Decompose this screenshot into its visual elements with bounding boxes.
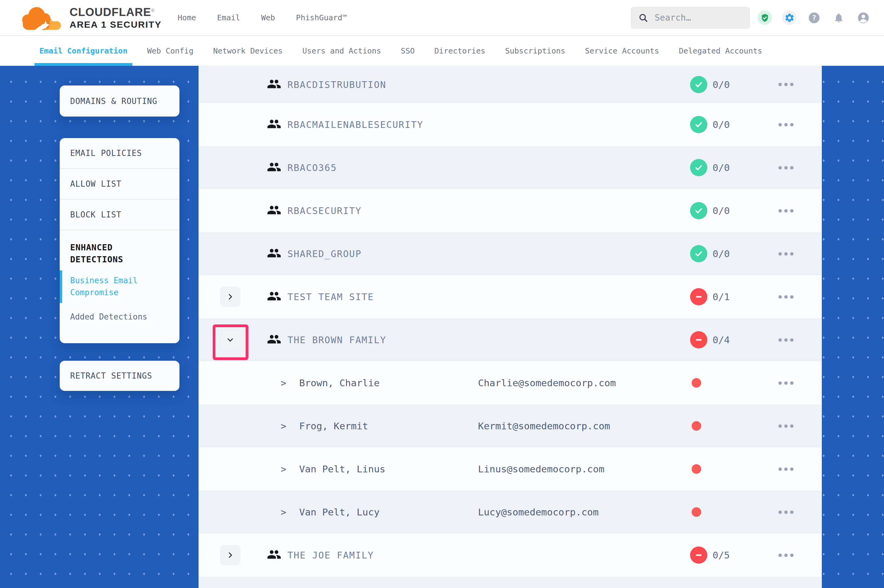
account-icon[interactable] (856, 10, 870, 25)
status-badge-fail (690, 331, 707, 348)
top-nav-phishguard[interactable]: PhishGuard™ (296, 13, 347, 22)
header-icons: ? (758, 10, 870, 25)
group-icon (267, 548, 281, 563)
member-email: Linus@somedemocorp.com (478, 464, 604, 474)
sidebar-domains-routing[interactable]: DOMAINS & ROUTING (60, 86, 179, 117)
top-nav-home[interactable]: Home (177, 13, 196, 22)
sidebar-retract-settings[interactable]: RETRACT SETTINGS (60, 361, 179, 391)
tab-service-accounts[interactable]: Service Accounts (585, 36, 659, 66)
retract-settings-label: RETRACT SETTINGS (70, 371, 152, 380)
row-menu-button[interactable] (774, 332, 798, 348)
row-menu-button[interactable] (774, 375, 798, 391)
group-row: RBACO3650/0 (198, 146, 822, 189)
expand-member-chevron[interactable]: > (281, 464, 286, 474)
member-row: >Frog, KermitKermit@somedemocorp.com (198, 404, 822, 447)
search-icon (638, 13, 648, 23)
group-name: SHARED_GROUP (287, 249, 362, 259)
collapse-group-button[interactable] (220, 330, 241, 350)
member-email: Charlie@somedemocorp.com (478, 377, 616, 388)
member-row: >Van Pelt, LucyLucy@somedemocorp.com (198, 490, 822, 534)
settings-gear-icon[interactable] (782, 10, 797, 25)
tab-subscriptions[interactable]: Subscriptions (505, 36, 565, 66)
member-name: Van Pelt, Linus (299, 464, 385, 474)
tab-email-configuration[interactable]: Email Configuration (39, 36, 128, 66)
group-icon (267, 76, 281, 92)
member-count: 0/5 (713, 549, 730, 561)
top-nav: Home Email Web PhishGuard™ (177, 13, 347, 22)
row-menu-button[interactable] (774, 548, 798, 563)
group-row: THE JOE FAMILY0/5 (198, 534, 822, 577)
group-icon (267, 332, 281, 348)
sidebar-item-added-detections[interactable]: Added Detections (60, 305, 179, 329)
sidebar-item-allow-list[interactable]: ALLOW LIST (60, 169, 179, 200)
config-tabs: Email Configuration Web Config Network D… (0, 36, 884, 66)
group-icon (267, 289, 281, 305)
member-name: Frog, Kermit (299, 420, 368, 432)
row-menu-button[interactable] (774, 77, 798, 92)
member-count: 0/0 (713, 205, 730, 216)
group-icon (267, 117, 281, 132)
group-icon (267, 246, 281, 262)
status-badge-pass (690, 245, 707, 262)
expand-group-button[interactable] (220, 545, 241, 565)
block-list-label: BLOCK LIST (70, 210, 122, 219)
status-badge-pass (690, 116, 707, 133)
domains-routing-label: DOMAINS & ROUTING (70, 97, 157, 106)
row-menu-button[interactable] (774, 461, 798, 477)
sidebar-item-block-list[interactable]: BLOCK LIST (60, 200, 179, 230)
status-dot-fail (692, 507, 701, 517)
group-icon (267, 160, 281, 176)
member-email: Lucy@somedemocorp.com (478, 507, 599, 518)
expand-member-chevron[interactable]: > (281, 421, 286, 432)
tab-web-config[interactable]: Web Config (147, 36, 194, 66)
shield-check-icon[interactable] (758, 10, 772, 25)
tab-delegated-accounts[interactable]: Delegated Accounts (679, 36, 762, 66)
tab-users-and-actions[interactable]: Users and Actions (302, 36, 381, 66)
row-menu-button[interactable] (774, 246, 798, 261)
row-menu-button[interactable] (774, 418, 798, 434)
app-header: CLOUDFLARE® AREA 1 SECURITY Home Email W… (0, 0, 884, 36)
group-name: RBACSECURITY (287, 206, 362, 216)
row-menu-button[interactable] (774, 160, 798, 175)
member-row: >Van Pelt, LinusLinus@somedemocorp.com (198, 447, 822, 490)
member-count: 0/0 (713, 119, 730, 130)
expand-member-chevron[interactable]: > (281, 507, 286, 518)
tab-sso[interactable]: SSO (401, 36, 415, 66)
group-row: THE BROWN FAMILY0/4 (198, 318, 822, 362)
row-menu-button[interactable] (774, 504, 798, 520)
sidebar-section-enhanced-detections: ENHANCED DETECTIONS (60, 230, 179, 268)
allow-list-label: ALLOW LIST (70, 179, 122, 189)
row-menu-button[interactable] (774, 203, 798, 218)
group-row: RBACSECURITY0/0 (198, 189, 822, 232)
member-name: Van Pelt, Lucy (299, 507, 379, 518)
status-badge-fail (690, 288, 707, 305)
group-name: RBACMAILENABLESECURITY (287, 119, 423, 130)
brand-text: CLOUDFLARE® AREA 1 SECURITY (69, 6, 162, 30)
expand-group-button[interactable] (220, 286, 241, 307)
group-list: RBACDISTRUBUTION0/0RBACMAILENABLESECURIT… (198, 66, 822, 577)
help-icon[interactable]: ? (807, 10, 821, 25)
notifications-bell-icon[interactable] (831, 10, 846, 25)
search-box[interactable] (631, 7, 750, 29)
status-dot-fail (692, 422, 701, 431)
cloudflare-logo: CLOUDFLARE® AREA 1 SECURITY (17, 5, 162, 30)
brand-line1: CLOUDFLARE (69, 6, 151, 18)
sidebar-item-business-email-compromise[interactable]: Business Email Compromise (60, 268, 179, 305)
tab-network-devices[interactable]: Network Devices (213, 36, 283, 66)
member-row: >Brown, CharlieCharlie@somedemocorp.com (198, 362, 822, 404)
group-name: THE JOE FAMILY (287, 550, 374, 561)
expand-member-chevron[interactable]: > (281, 378, 286, 388)
top-nav-email[interactable]: Email (217, 13, 240, 22)
search-input[interactable] (655, 13, 741, 23)
top-nav-web[interactable]: Web (261, 13, 275, 22)
page-background: RBACDISTRUBUTION0/0RBACMAILENABLESECURIT… (0, 66, 884, 588)
brand-line2: AREA 1 SECURITY (69, 20, 162, 30)
sidebar-email-policies-card: EMAIL POLICIES ALLOW LIST BLOCK LIST ENH… (60, 138, 179, 343)
row-menu-button[interactable] (774, 289, 798, 304)
svg-text:?: ? (812, 14, 816, 22)
tab-directories[interactable]: Directories (434, 36, 486, 66)
member-count: 0/0 (713, 79, 730, 90)
row-menu-button[interactable] (774, 117, 798, 132)
sidebar-item-email-policies[interactable]: EMAIL POLICIES (60, 138, 179, 169)
group-row: RBACDISTRUBUTION0/0 (198, 66, 822, 103)
